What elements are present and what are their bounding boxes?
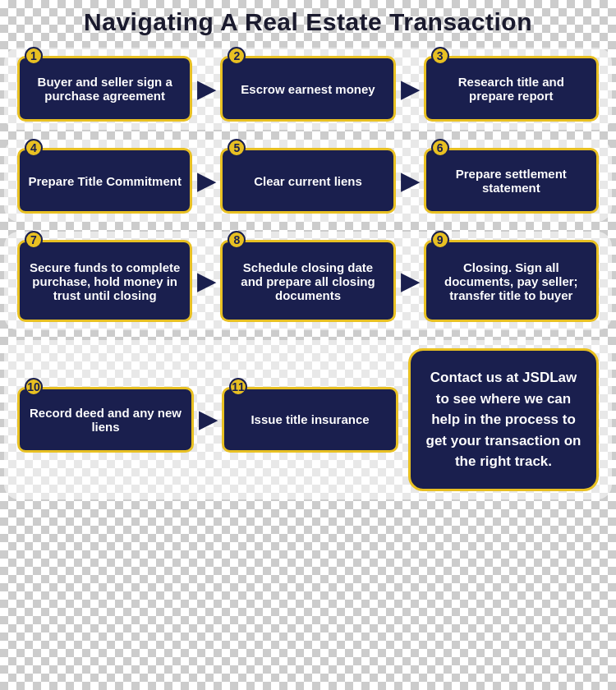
- step-box-2: 2 Escrow earnest money: [220, 56, 395, 122]
- page-title: Navigating A Real Estate Transaction: [4, 8, 612, 36]
- flow-row-1: 1 Buyer and seller sign a purchase agree…: [17, 56, 599, 122]
- step-text-11: Issue title insurance: [251, 412, 369, 426]
- step-number-11: 11: [229, 378, 247, 396]
- step-block-8: 8 Schedule closing date and prepare all …: [220, 240, 395, 322]
- step-number-7: 7: [25, 231, 43, 249]
- step-number-4: 4: [25, 139, 43, 157]
- step-block-9: 9 Closing. Sign all documents, pay selle…: [424, 240, 599, 322]
- arrow-10-11: ▶: [194, 406, 222, 433]
- step-block-7: 7 Secure funds to complete purchase, hol…: [17, 240, 192, 322]
- step-number-5: 5: [228, 139, 246, 157]
- step-box-9: 9 Closing. Sign all documents, pay selle…: [424, 240, 599, 322]
- arrow-2-3: ▶: [396, 76, 424, 103]
- main-container: Navigating A Real Estate Transaction 1 B…: [4, 8, 612, 509]
- arrow-4-5: ▶: [192, 168, 220, 195]
- cta-section: Contact us at JSDLaw to see where we can…: [398, 348, 599, 491]
- step-box-8: 8 Schedule closing date and prepare all …: [220, 240, 395, 322]
- row-1: 1 Buyer and seller sign a purchase agree…: [4, 48, 612, 130]
- step-block-2: 2 Escrow earnest money: [220, 56, 395, 122]
- step-text-10: Record deed and any new liens: [28, 406, 183, 434]
- step-box-7: 7 Secure funds to complete purchase, hol…: [17, 240, 192, 322]
- steps-10-11: 10 Record deed and any new liens ▶ 11 Is…: [17, 387, 398, 453]
- arrow-7-8: ▶: [192, 268, 220, 295]
- row-2: 4 Prepare Title Commitment ▶ 5 Clear cur…: [4, 140, 612, 222]
- step-text-9: Closing. Sign all documents, pay seller;…: [434, 260, 588, 302]
- step-text-3: Research title and prepare report: [434, 75, 588, 103]
- last-row: 10 Record deed and any new liens ▶ 11 Is…: [17, 348, 599, 491]
- step-text-6: Prepare settlement statement: [434, 167, 588, 195]
- step-box-6: 6 Prepare settlement statement: [424, 148, 599, 214]
- step-text-7: Secure funds to complete purchase, hold …: [28, 260, 182, 302]
- step-block-5: 5 Clear current liens: [220, 148, 395, 214]
- step-box-3: 3 Research title and prepare report: [424, 56, 599, 122]
- arrow-5-6: ▶: [396, 168, 424, 195]
- flow-row-2: 4 Prepare Title Commitment ▶ 5 Clear cur…: [17, 148, 599, 214]
- step-block-10: 10 Record deed and any new liens: [17, 387, 194, 453]
- step-number-2: 2: [228, 47, 246, 65]
- step-block-1: 1 Buyer and seller sign a purchase agree…: [17, 56, 192, 122]
- step-text-1: Buyer and seller sign a purchase agreeme…: [28, 75, 182, 103]
- step-block-3: 3 Research title and prepare report: [424, 56, 599, 122]
- step-text-8: Schedule closing date and prepare all cl…: [231, 260, 384, 302]
- step-box-4: 4 Prepare Title Commitment: [17, 148, 192, 214]
- step-number-1: 1: [25, 47, 43, 65]
- cta-box: Contact us at JSDLaw to see where we can…: [408, 348, 599, 491]
- row-4: 10 Record deed and any new liens ▶ 11 Is…: [4, 340, 612, 499]
- step-number-6: 6: [431, 139, 449, 157]
- arrow-8-9: ▶: [396, 268, 424, 295]
- step-text-2: Escrow earnest money: [241, 82, 375, 96]
- step-number-8: 8: [228, 231, 246, 249]
- row-3: 7 Secure funds to complete purchase, hol…: [4, 232, 612, 330]
- arrow-1-2: ▶: [192, 76, 220, 103]
- step-number-3: 3: [431, 47, 449, 65]
- step-text-4: Prepare Title Commitment: [28, 174, 181, 188]
- flow-row-3: 7 Secure funds to complete purchase, hol…: [17, 240, 599, 322]
- step-box-1: 1 Buyer and seller sign a purchase agree…: [17, 56, 192, 122]
- step-block-11: 11 Issue title insurance: [222, 387, 398, 453]
- step-box-10: 10 Record deed and any new liens: [17, 387, 194, 453]
- step-block-4: 4 Prepare Title Commitment: [17, 148, 192, 214]
- step-block-6: 6 Prepare settlement statement: [424, 148, 599, 214]
- step-number-9: 9: [431, 231, 449, 249]
- step-number-10: 10: [25, 378, 43, 396]
- step-box-5: 5 Clear current liens: [220, 148, 395, 214]
- step-text-5: Clear current liens: [254, 174, 362, 188]
- step-box-11: 11 Issue title insurance: [222, 387, 398, 453]
